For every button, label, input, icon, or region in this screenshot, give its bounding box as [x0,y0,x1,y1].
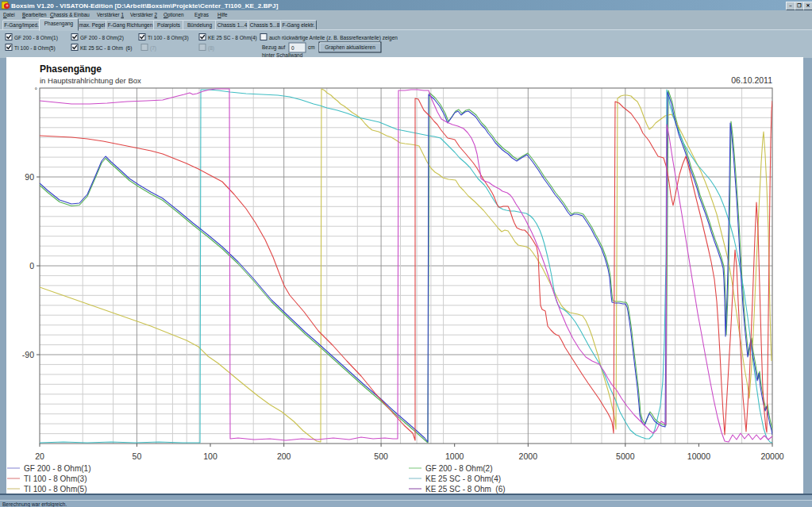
svg-text:90: 90 [25,172,34,182]
svg-text:KE 25 SC - 8 Ohm(4): KE 25 SC - 8 Ohm(4) [208,35,257,41]
svg-text:KE 25 SC - 8 Ohm(4): KE 25 SC - 8 Ohm(4) [425,474,501,483]
svg-text:100: 100 [203,451,217,461]
svg-text:06.10.2011: 06.10.2011 [731,75,772,85]
svg-text:Bezug auf: Bezug auf [262,44,285,51]
svg-text:10000: 10000 [687,451,710,461]
svg-text:GF 200 - 8 Ohm(1): GF 200 - 8 Ohm(1) [24,464,90,473]
svg-text:200: 200 [277,451,291,461]
svg-text:in Hauptstrahlrichtung der Box: in Hauptstrahlrichtung der Box [40,76,141,85]
svg-text:GF 200 - 8 Ohm(1): GF 200 - 8 Ohm(1) [14,35,58,41]
svg-text:0: 0 [29,261,34,271]
svg-text:1000: 1000 [445,451,464,461]
svg-text:20000: 20000 [760,451,783,461]
svg-text:KE 25 SC - 8 Ohm (6): KE 25 SC - 8 Ohm (6) [80,45,132,52]
svg-text:(8): (8) [208,45,214,52]
svg-text:cm: cm [308,44,315,50]
svg-text:-90: -90 [22,350,34,359]
svg-text:TI 100 - 8 Ohm(5): TI 100 - 8 Ohm(5) [24,485,87,494]
svg-text:Graphen aktualisieren: Graphen aktualisieren [325,44,375,51]
svg-text:TI 100 - 8 Ohm(3): TI 100 - 8 Ohm(3) [148,35,189,41]
svg-text:°: ° [34,86,37,94]
svg-text:(7): (7) [150,45,156,52]
svg-text:20: 20 [35,451,44,461]
svg-text:KE 25 SC - 8 Ohm (6): KE 25 SC - 8 Ohm (6) [425,485,506,494]
svg-text:GF 200 - 8 Ohm(2): GF 200 - 8 Ohm(2) [80,35,124,41]
svg-text:5000: 5000 [616,451,635,461]
svg-text:50: 50 [133,451,142,461]
svg-text:2000: 2000 [519,451,538,461]
svg-text:GF 200 - 8 Ohm(2): GF 200 - 8 Ohm(2) [425,464,492,473]
svg-text:TI 100 - 8 Ohm(5): TI 100 - 8 Ohm(5) [14,45,56,52]
svg-text:TI 100 - 8 Ohm(3): TI 100 - 8 Ohm(3) [24,474,87,483]
svg-text:auch rückwärtige Anteile (z. B: auch rückwärtige Anteile (z. B. Bassrefl… [269,35,398,41]
svg-text:0: 0 [291,45,294,51]
svg-text:500: 500 [374,451,388,461]
svg-text:hinter Schallwand: hinter Schallwand [262,52,303,58]
svg-text:Phasengänge: Phasengänge [40,63,102,75]
